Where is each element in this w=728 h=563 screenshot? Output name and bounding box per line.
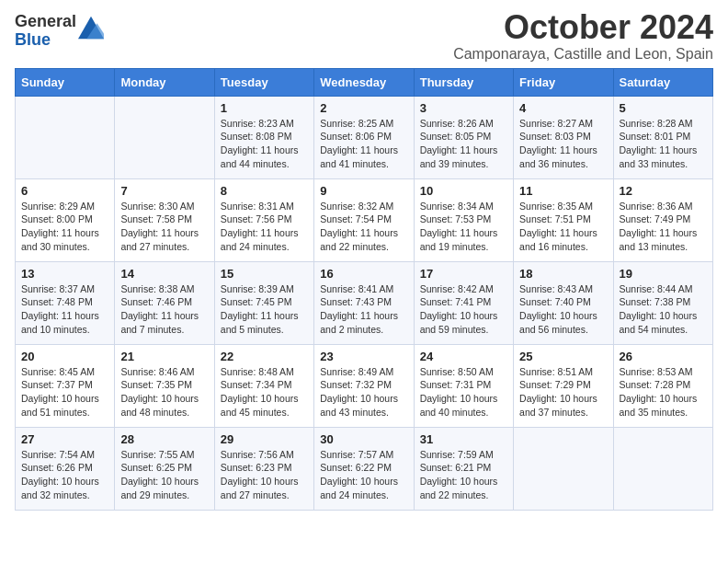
day-cell: 9Sunrise: 8:32 AMSunset: 7:54 PMDaylight… — [314, 178, 414, 261]
day-number: 26 — [620, 350, 707, 363]
calendar-table: SundayMondayTuesdayWednesdayThursdayFrid… — [15, 68, 713, 511]
day-detail: Sunrise: 8:51 AMSunset: 7:29 PMDaylight:… — [519, 365, 607, 419]
day-cell: 10Sunrise: 8:34 AMSunset: 7:53 PMDayligh… — [414, 178, 513, 261]
day-cell — [115, 96, 214, 178]
day-detail: Sunrise: 8:49 AMSunset: 7:32 PMDaylight:… — [320, 365, 407, 419]
day-detail: Sunrise: 8:29 AMSunset: 8:00 PMDaylight:… — [21, 200, 108, 254]
header-row: SundayMondayTuesdayWednesdayThursdayFrid… — [16, 68, 713, 96]
day-cell: 3Sunrise: 8:26 AMSunset: 8:05 PMDaylight… — [414, 96, 513, 178]
header: General Blue October 2024 Camponaraya, C… — [15, 9, 713, 63]
day-detail: Sunrise: 8:32 AMSunset: 7:54 PMDaylight:… — [320, 200, 407, 254]
logo-general: General — [15, 13, 76, 31]
week-row-3: 13Sunrise: 8:37 AMSunset: 7:48 PMDayligh… — [16, 261, 713, 344]
subtitle: Camponaraya, Castille and Leon, Spain — [453, 46, 713, 63]
day-detail: Sunrise: 8:48 AMSunset: 7:34 PMDaylight:… — [221, 365, 308, 419]
week-row-4: 20Sunrise: 8:45 AMSunset: 7:37 PMDayligh… — [16, 344, 713, 427]
header-day-tuesday: Tuesday — [214, 68, 313, 96]
day-detail: Sunrise: 8:27 AMSunset: 8:03 PMDaylight:… — [519, 117, 607, 171]
day-cell — [514, 427, 613, 510]
day-number: 23 — [320, 350, 407, 363]
day-number: 22 — [221, 350, 308, 363]
day-cell: 28Sunrise: 7:55 AMSunset: 6:25 PMDayligh… — [115, 427, 214, 510]
day-detail: Sunrise: 8:43 AMSunset: 7:40 PMDaylight:… — [519, 282, 607, 337]
logo-blue: Blue — [15, 31, 76, 50]
day-detail: Sunrise: 8:36 AMSunset: 7:49 PMDaylight:… — [620, 200, 707, 254]
day-cell: 16Sunrise: 8:41 AMSunset: 7:43 PMDayligh… — [314, 261, 414, 344]
day-detail: Sunrise: 8:25 AMSunset: 8:06 PMDaylight:… — [320, 117, 407, 171]
day-detail: Sunrise: 8:35 AMSunset: 7:51 PMDaylight:… — [519, 200, 607, 254]
day-number: 14 — [120, 267, 208, 281]
day-number: 27 — [21, 432, 108, 446]
day-cell: 1Sunrise: 8:23 AMSunset: 8:08 PMDaylight… — [214, 96, 313, 178]
day-detail: Sunrise: 8:44 AMSunset: 7:38 PMDaylight:… — [620, 282, 707, 337]
day-detail: Sunrise: 8:50 AMSunset: 7:31 PMDaylight:… — [420, 365, 507, 419]
day-detail: Sunrise: 8:38 AMSunset: 7:46 PMDaylight:… — [120, 282, 208, 337]
day-number: 21 — [120, 350, 208, 363]
day-detail: Sunrise: 7:55 AMSunset: 6:25 PMDaylight:… — [120, 448, 208, 502]
week-row-5: 27Sunrise: 7:54 AMSunset: 6:26 PMDayligh… — [16, 427, 713, 510]
day-cell: 21Sunrise: 8:46 AMSunset: 7:35 PMDayligh… — [115, 344, 214, 427]
day-detail: Sunrise: 8:41 AMSunset: 7:43 PMDaylight:… — [320, 282, 407, 337]
day-number: 13 — [21, 267, 108, 281]
day-number: 18 — [519, 267, 607, 281]
day-number: 2 — [320, 101, 407, 115]
day-cell: 24Sunrise: 8:50 AMSunset: 7:31 PMDayligh… — [414, 344, 513, 427]
day-number: 20 — [21, 350, 108, 363]
day-detail: Sunrise: 8:30 AMSunset: 7:58 PMDaylight:… — [120, 200, 208, 254]
day-cell: 15Sunrise: 8:39 AMSunset: 7:45 PMDayligh… — [214, 261, 313, 344]
day-cell: 12Sunrise: 8:36 AMSunset: 7:49 PMDayligh… — [613, 178, 712, 261]
header-day-friday: Friday — [514, 68, 613, 96]
day-number: 30 — [320, 432, 407, 446]
day-detail: Sunrise: 8:45 AMSunset: 7:37 PMDaylight:… — [21, 365, 108, 419]
day-number: 5 — [620, 101, 707, 115]
day-number: 29 — [221, 432, 308, 446]
logo: General Blue — [15, 13, 104, 50]
day-detail: Sunrise: 7:56 AMSunset: 6:23 PMDaylight:… — [221, 448, 308, 502]
day-cell: 23Sunrise: 8:49 AMSunset: 7:32 PMDayligh… — [314, 344, 414, 427]
page: General Blue October 2024 Camponaraya, C… — [0, 0, 728, 525]
day-detail: Sunrise: 8:37 AMSunset: 7:48 PMDaylight:… — [21, 282, 108, 337]
day-cell: 18Sunrise: 8:43 AMSunset: 7:40 PMDayligh… — [514, 261, 613, 344]
day-number: 25 — [519, 350, 607, 363]
day-detail: Sunrise: 7:54 AMSunset: 6:26 PMDaylight:… — [21, 448, 108, 502]
day-number: 3 — [420, 101, 507, 115]
day-number: 19 — [620, 267, 707, 281]
day-detail: Sunrise: 8:26 AMSunset: 8:05 PMDaylight:… — [420, 117, 507, 171]
day-cell: 27Sunrise: 7:54 AMSunset: 6:26 PMDayligh… — [16, 427, 115, 510]
day-detail: Sunrise: 8:31 AMSunset: 7:56 PMDaylight:… — [221, 200, 308, 254]
day-cell: 22Sunrise: 8:48 AMSunset: 7:34 PMDayligh… — [214, 344, 313, 427]
day-number: 24 — [420, 350, 507, 363]
day-cell — [16, 96, 115, 178]
day-number: 15 — [221, 267, 308, 281]
day-number: 12 — [620, 184, 707, 198]
day-cell: 5Sunrise: 8:28 AMSunset: 8:01 PMDaylight… — [613, 96, 712, 178]
day-cell: 20Sunrise: 8:45 AMSunset: 7:37 PMDayligh… — [16, 344, 115, 427]
day-detail: Sunrise: 7:57 AMSunset: 6:22 PMDaylight:… — [320, 448, 407, 502]
header-day-sunday: Sunday — [16, 68, 115, 96]
title-block: October 2024 Camponaraya, Castille and L… — [453, 9, 713, 63]
day-number: 8 — [221, 184, 308, 198]
day-number: 9 — [320, 184, 407, 198]
day-detail: Sunrise: 8:39 AMSunset: 7:45 PMDaylight:… — [221, 282, 308, 337]
day-cell: 7Sunrise: 8:30 AMSunset: 7:58 PMDaylight… — [115, 178, 214, 261]
logo-icon — [78, 15, 104, 40]
day-detail: Sunrise: 8:23 AMSunset: 8:08 PMDaylight:… — [221, 117, 308, 171]
day-cell: 6Sunrise: 8:29 AMSunset: 8:00 PMDaylight… — [16, 178, 115, 261]
day-cell: 19Sunrise: 8:44 AMSunset: 7:38 PMDayligh… — [613, 261, 712, 344]
header-day-monday: Monday — [115, 68, 214, 96]
header-day-wednesday: Wednesday — [314, 68, 414, 96]
day-cell: 13Sunrise: 8:37 AMSunset: 7:48 PMDayligh… — [16, 261, 115, 344]
day-detail: Sunrise: 8:46 AMSunset: 7:35 PMDaylight:… — [120, 365, 208, 419]
day-cell: 17Sunrise: 8:42 AMSunset: 7:41 PMDayligh… — [414, 261, 513, 344]
day-detail: Sunrise: 8:42 AMSunset: 7:41 PMDaylight:… — [420, 282, 507, 337]
day-number: 4 — [519, 101, 607, 115]
day-number: 28 — [120, 432, 208, 446]
day-cell: 31Sunrise: 7:59 AMSunset: 6:21 PMDayligh… — [414, 427, 513, 510]
day-number: 16 — [320, 267, 407, 281]
day-cell: 29Sunrise: 7:56 AMSunset: 6:23 PMDayligh… — [214, 427, 313, 510]
day-cell: 30Sunrise: 7:57 AMSunset: 6:22 PMDayligh… — [314, 427, 414, 510]
day-number: 17 — [420, 267, 507, 281]
day-cell: 8Sunrise: 8:31 AMSunset: 7:56 PMDaylight… — [214, 178, 313, 261]
day-detail: Sunrise: 8:53 AMSunset: 7:28 PMDaylight:… — [620, 365, 707, 419]
day-detail: Sunrise: 8:28 AMSunset: 8:01 PMDaylight:… — [620, 117, 707, 171]
